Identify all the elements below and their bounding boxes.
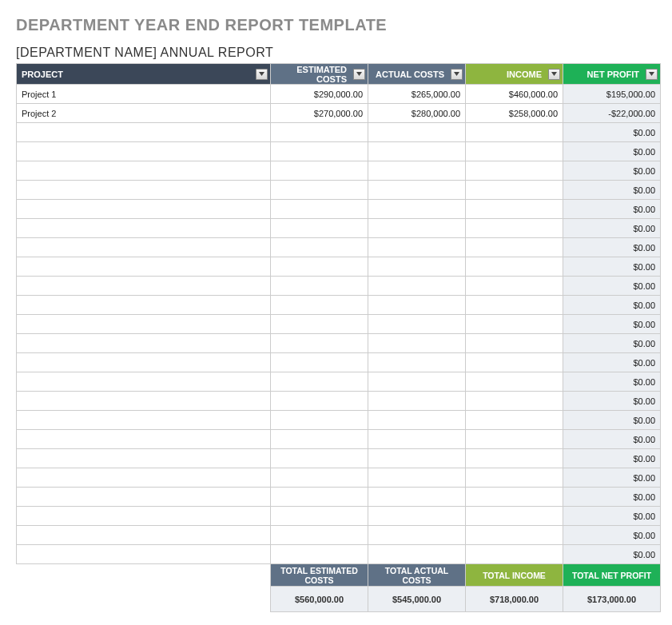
cell-actual[interactable]	[368, 545, 466, 564]
cell-project[interactable]	[17, 123, 271, 142]
cell-income[interactable]	[466, 161, 563, 181]
filter-dropdown-icon[interactable]	[256, 69, 268, 80]
cell-income[interactable]	[466, 315, 563, 334]
cell-estimated[interactable]	[271, 507, 368, 526]
cell-estimated[interactable]	[271, 392, 368, 411]
cell-income[interactable]	[466, 238, 563, 257]
cell-actual[interactable]	[368, 449, 466, 468]
cell-income[interactable]	[466, 200, 563, 219]
filter-dropdown-icon[interactable]	[353, 69, 365, 80]
cell-net[interactable]: $0.00	[563, 488, 661, 507]
cell-net[interactable]: $0.00	[563, 296, 661, 315]
cell-estimated[interactable]	[271, 449, 368, 468]
cell-income[interactable]	[466, 545, 563, 564]
cell-actual[interactable]	[368, 200, 466, 219]
cell-estimated[interactable]	[271, 181, 368, 200]
cell-income[interactable]	[466, 219, 563, 238]
cell-net[interactable]: $0.00	[563, 468, 661, 488]
cell-actual[interactable]	[368, 392, 466, 411]
cell-income[interactable]: $460,000.00	[466, 85, 563, 104]
cell-net[interactable]: $0.00	[563, 123, 661, 142]
cell-estimated[interactable]	[271, 238, 368, 257]
cell-income[interactable]	[466, 257, 563, 277]
cell-income[interactable]	[466, 392, 563, 411]
cell-estimated[interactable]	[271, 161, 368, 181]
cell-estimated[interactable]	[271, 142, 368, 161]
cell-income[interactable]	[466, 430, 563, 449]
cell-estimated[interactable]	[271, 277, 368, 296]
cell-estimated[interactable]	[271, 411, 368, 430]
cell-net[interactable]: -$22,000.00	[563, 104, 661, 123]
cell-project[interactable]	[17, 181, 271, 200]
filter-dropdown-icon[interactable]	[451, 69, 463, 80]
cell-actual[interactable]	[368, 372, 466, 392]
cell-estimated[interactable]	[271, 488, 368, 507]
cell-net[interactable]: $0.00	[563, 507, 661, 526]
filter-dropdown-icon[interactable]	[646, 69, 658, 80]
cell-net[interactable]: $0.00	[563, 411, 661, 430]
cell-project[interactable]	[17, 353, 271, 372]
cell-actual[interactable]	[368, 142, 466, 161]
cell-net[interactable]: $0.00	[563, 200, 661, 219]
cell-project[interactable]	[17, 257, 271, 277]
cell-project[interactable]	[17, 296, 271, 315]
cell-net[interactable]: $0.00	[563, 257, 661, 277]
cell-estimated[interactable]	[271, 219, 368, 238]
cell-estimated[interactable]: $270,000.00	[271, 104, 368, 123]
cell-actual[interactable]	[368, 411, 466, 430]
cell-actual[interactable]	[368, 181, 466, 200]
cell-income[interactable]	[466, 488, 563, 507]
cell-project[interactable]	[17, 161, 271, 181]
cell-net[interactable]: $195,000.00	[563, 85, 661, 104]
filter-dropdown-icon[interactable]	[548, 69, 560, 80]
cell-project[interactable]	[17, 238, 271, 257]
cell-income[interactable]	[466, 353, 563, 372]
cell-income[interactable]	[466, 181, 563, 200]
cell-project[interactable]	[17, 142, 271, 161]
cell-project[interactable]	[17, 334, 271, 353]
cell-project[interactable]	[17, 430, 271, 449]
cell-actual[interactable]	[368, 238, 466, 257]
cell-net[interactable]: $0.00	[563, 430, 661, 449]
cell-net[interactable]: $0.00	[563, 181, 661, 200]
cell-actual[interactable]	[368, 277, 466, 296]
cell-actual[interactable]	[368, 315, 466, 334]
cell-project[interactable]	[17, 507, 271, 526]
cell-project[interactable]	[17, 449, 271, 468]
cell-actual[interactable]	[368, 334, 466, 353]
cell-project[interactable]	[17, 545, 271, 564]
cell-actual[interactable]	[368, 507, 466, 526]
cell-income[interactable]	[466, 411, 563, 430]
cell-net[interactable]: $0.00	[563, 372, 661, 392]
cell-net[interactable]: $0.00	[563, 219, 661, 238]
cell-estimated[interactable]	[271, 468, 368, 488]
cell-estimated[interactable]	[271, 123, 368, 142]
cell-actual[interactable]	[368, 488, 466, 507]
cell-income[interactable]	[466, 468, 563, 488]
cell-estimated[interactable]	[271, 257, 368, 277]
cell-net[interactable]: $0.00	[563, 315, 661, 334]
cell-net[interactable]: $0.00	[563, 392, 661, 411]
cell-income[interactable]	[466, 142, 563, 161]
cell-project[interactable]: Project 1	[17, 85, 271, 104]
cell-actual[interactable]: $280,000.00	[368, 104, 466, 123]
cell-project[interactable]	[17, 488, 271, 507]
cell-estimated[interactable]	[271, 353, 368, 372]
cell-actual[interactable]	[368, 430, 466, 449]
cell-net[interactable]: $0.00	[563, 161, 661, 181]
cell-project[interactable]	[17, 526, 271, 545]
cell-estimated[interactable]	[271, 372, 368, 392]
cell-income[interactable]	[466, 296, 563, 315]
cell-actual[interactable]	[368, 123, 466, 142]
cell-net[interactable]: $0.00	[563, 277, 661, 296]
cell-income[interactable]	[466, 277, 563, 296]
cell-actual[interactable]	[368, 219, 466, 238]
cell-actual[interactable]: $265,000.00	[368, 85, 466, 104]
cell-estimated[interactable]	[271, 200, 368, 219]
cell-project[interactable]	[17, 411, 271, 430]
cell-estimated[interactable]	[271, 526, 368, 545]
cell-net[interactable]: $0.00	[563, 334, 661, 353]
cell-income[interactable]	[466, 123, 563, 142]
cell-project[interactable]	[17, 277, 271, 296]
cell-income[interactable]	[466, 526, 563, 545]
